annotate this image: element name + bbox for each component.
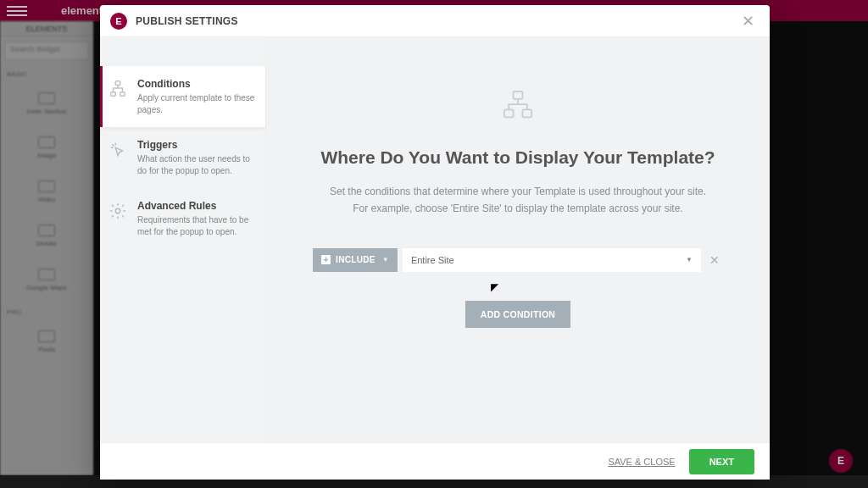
nav-triggers[interactable]: Triggers What action the user needs to d… — [100, 127, 265, 188]
modal-title: PUBLISH SETTINGS — [136, 15, 238, 27]
svg-rect-5 — [504, 109, 514, 117]
conditions-subtext: Set the conditions that determine where … — [330, 183, 706, 218]
nav-triggers-desc: What action the user needs to do for the… — [137, 153, 255, 176]
svg-rect-6 — [522, 109, 531, 117]
sitemap-icon — [108, 80, 127, 98]
condition-row: + INCLUDE ▼ Entire Site ▼ ✕ — [313, 248, 723, 272]
conditions-panel: Where Do You Want to Display Your Templa… — [266, 37, 770, 442]
close-icon[interactable]: ✕ — [737, 8, 760, 34]
chevron-down-icon: ▼ — [686, 256, 693, 263]
svg-rect-1 — [111, 92, 116, 97]
include-exclude-toggle[interactable]: + INCLUDE ▼ — [313, 248, 398, 272]
next-button[interactable]: NEXT — [689, 449, 754, 474]
settings-sidenav: Conditions Apply current template to the… — [100, 37, 266, 442]
elementor-logo-icon: E — [110, 13, 127, 30]
sitemap-large-icon — [499, 90, 537, 124]
svg-point-3 — [115, 208, 120, 214]
plus-icon: + — [321, 255, 331, 264]
modal-footer: SAVE & CLOSE NEXT — [100, 442, 770, 480]
nav-triggers-title: Triggers — [137, 139, 255, 151]
svg-rect-0 — [115, 81, 120, 86]
nav-advanced-title: Advanced Rules — [137, 200, 255, 212]
nav-conditions[interactable]: Conditions Apply current template to the… — [100, 66, 265, 127]
nav-advanced-rules[interactable]: Advanced Rules Requirements that have to… — [100, 188, 265, 249]
add-condition-button[interactable]: ADD CONDITION — [465, 301, 570, 328]
gear-icon — [108, 202, 127, 220]
include-label: INCLUDE — [336, 255, 376, 264]
svg-rect-4 — [514, 92, 523, 99]
nav-conditions-title: Conditions — [137, 78, 255, 90]
remove-condition-icon[interactable]: ✕ — [706, 250, 723, 270]
conditions-heading: Where Do You Want to Display Your Templa… — [320, 147, 715, 168]
nav-conditions-desc: Apply current template to these pages. — [137, 92, 255, 115]
modal-header: E PUBLISH SETTINGS ✕ — [100, 5, 770, 37]
publish-settings-modal: E PUBLISH SETTINGS ✕ Conditions Apply cu… — [100, 5, 770, 480]
condition-scope-select[interactable]: Entire Site ▼ — [403, 248, 701, 272]
save-and-close-link[interactable]: SAVE & CLOSE — [608, 457, 675, 467]
condition-scope-value: Entire Site — [411, 255, 454, 265]
chevron-down-icon: ▼ — [382, 256, 389, 263]
click-icon — [108, 141, 127, 159]
svg-rect-2 — [120, 92, 125, 97]
nav-advanced-desc: Requirements that have to be met for the… — [137, 214, 255, 237]
